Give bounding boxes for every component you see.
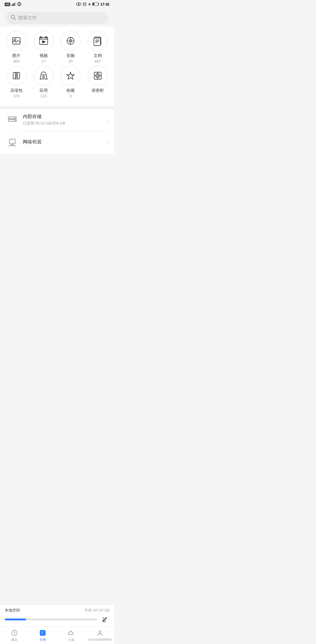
category-docs[interactable]: 文档 667 xyxy=(86,31,109,63)
section-separator xyxy=(0,106,114,109)
videos-count: 27 xyxy=(42,59,46,63)
internal-storage-title: 内部存储 xyxy=(23,114,107,120)
images-icon-circle xyxy=(6,31,26,51)
svg-line-12 xyxy=(83,3,84,3)
status-bar: HD ✦ 17:42 xyxy=(0,0,114,8)
internal-storage-item[interactable]: 内部存储 已使用 58.03 GB/256 GB › xyxy=(6,109,108,131)
svg-point-53 xyxy=(97,75,99,77)
svg-point-49 xyxy=(43,76,44,78)
svg-marker-50 xyxy=(67,72,74,79)
network-neighbor-chevron: › xyxy=(107,140,108,146)
svg-rect-3 xyxy=(15,2,16,6)
audio-label: 音频 xyxy=(66,53,75,58)
svg-point-8 xyxy=(78,4,80,5)
category-favorites[interactable]: 收藏 0 xyxy=(59,66,82,98)
videos-label: 视频 xyxy=(40,53,48,58)
svg-point-17 xyxy=(11,15,15,19)
svg-rect-37 xyxy=(94,38,100,46)
audio-count: 20 xyxy=(68,59,73,63)
category-row-2: 压缩包 370 应用 110 xyxy=(3,66,111,98)
svg-rect-16 xyxy=(93,3,95,5)
svg-point-52 xyxy=(96,74,100,78)
category-apps[interactable]: 应用 110 xyxy=(32,66,55,98)
images-count: 860 xyxy=(13,59,20,63)
search-container: 搜索文件 xyxy=(0,8,114,26)
eye-icon xyxy=(76,2,81,6)
internal-storage-chevron: › xyxy=(107,117,108,123)
favorites-label: 收藏 xyxy=(66,88,75,93)
svg-line-13 xyxy=(85,3,86,3)
svg-rect-2 xyxy=(14,3,15,6)
audio-icon-circle xyxy=(61,31,80,51)
apps-count: 110 xyxy=(40,94,47,98)
svg-point-61 xyxy=(15,120,16,121)
svg-point-28 xyxy=(70,41,71,41)
svg-rect-0 xyxy=(11,5,12,6)
status-left: HD xyxy=(5,2,21,7)
images-label: 图片 xyxy=(12,53,20,58)
docs-count: 667 xyxy=(95,59,101,63)
videos-icon-circle xyxy=(34,31,54,51)
archives-label: 压缩包 xyxy=(10,88,23,93)
apps-label: 应用 xyxy=(40,88,48,93)
internal-storage-icon xyxy=(6,113,19,126)
search-icon xyxy=(11,15,16,21)
svg-marker-25 xyxy=(42,41,45,43)
search-placeholder: 搜索文件 xyxy=(18,15,37,21)
network-neighbor-title: 网络邻居 xyxy=(23,139,107,145)
docs-icon-circle xyxy=(88,31,108,51)
category-vault[interactable]: 保密柜 xyxy=(86,66,109,98)
vault-icon-circle xyxy=(88,66,108,86)
category-videos[interactable]: 视频 27 xyxy=(32,31,55,63)
category-row-1: 图片 860 视频 27 xyxy=(3,31,111,63)
internal-storage-subtitle: 已使用 58.03 GB/256 GB xyxy=(23,121,107,126)
alarm-icon xyxy=(83,2,87,7)
svg-rect-62 xyxy=(9,139,15,144)
svg-rect-15 xyxy=(98,4,99,5)
svg-rect-1 xyxy=(13,4,13,6)
category-images[interactable]: 图片 860 xyxy=(5,31,28,63)
bluetooth-icon: ✦ xyxy=(88,2,91,7)
favorites-icon-circle xyxy=(61,66,80,86)
archives-count: 370 xyxy=(13,94,20,98)
category-archives[interactable]: 压缩包 370 xyxy=(5,66,28,98)
signal-icon xyxy=(11,2,16,6)
svg-line-18 xyxy=(14,18,16,20)
status-time: 17:42 xyxy=(100,2,109,6)
apps-icon-circle xyxy=(34,66,54,86)
archives-icon-circle xyxy=(6,66,26,86)
network-neighbor-text: 网络邻居 xyxy=(23,139,107,146)
category-audio[interactable]: 音频 20 xyxy=(59,31,82,63)
network-neighbor-item[interactable]: 网络邻居 › xyxy=(6,131,108,154)
svg-point-60 xyxy=(15,117,16,118)
favorites-count: 0 xyxy=(70,94,72,98)
vault-label: 保密柜 xyxy=(92,88,104,93)
hd-badge: HD xyxy=(5,3,10,6)
battery-icon xyxy=(92,2,99,6)
docs-label: 文档 xyxy=(94,53,102,58)
category-grid: 图片 860 视频 27 xyxy=(0,26,114,106)
svg-rect-22 xyxy=(40,37,48,39)
status-right: ✦ 17:42 xyxy=(76,2,109,7)
wifi-icon xyxy=(17,2,21,7)
network-icon xyxy=(6,136,19,149)
storage-section: 内部存储 已使用 58.03 GB/256 GB › 网络邻居 › xyxy=(0,109,114,154)
internal-storage-text: 内部存储 已使用 58.03 GB/256 GB xyxy=(23,114,107,126)
search-bar[interactable]: 搜索文件 xyxy=(6,12,108,24)
